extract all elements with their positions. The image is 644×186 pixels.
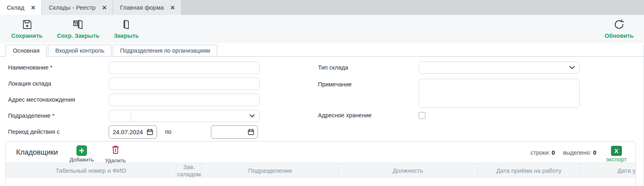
division-label: Подразделение * [8,112,109,119]
chevron-down-icon[interactable] [569,65,575,69]
plus-icon [76,145,87,156]
column-header-warehouse-manager[interactable]: Зав. складом [176,163,202,178]
storekeepers-header: Кладовщики Добавить Удалить строки:0 выд… [6,141,636,163]
form-content: Основная Входной контроль Подразделения … [0,45,644,186]
column-header-termination-date[interactable]: Дата у [580,163,636,178]
save-button[interactable]: Сохранить [11,18,43,39]
delete-row-button[interactable]: Удалить [103,145,128,164]
form-tab-bar: Основная Входной контроль Подразделения … [0,45,644,57]
address-input[interactable] [109,94,260,106]
window-tab-label: Склады - Реестр [49,4,95,11]
column-header-hire-date[interactable]: Дата приёма на работу [477,163,580,178]
name-row: Наименование * [8,59,304,76]
tab-podrazdeleniya-po-organizatsiyam[interactable]: Подразделения по организациям [113,45,217,56]
refresh-label: Обновить [605,33,634,39]
calendar-icon[interactable] [248,129,254,135]
address-storage-checkbox[interactable] [419,112,425,119]
close-icon[interactable]: ✕ [170,5,175,10]
period-row: Период действия с 24.07.2024 по [8,124,304,140]
note-row: Примечание [318,76,640,108]
window-tab-bar: Склад ✕ Склады - Реестр ✕ Главная форма … [0,0,644,15]
add-row-button[interactable]: Добавить [69,145,94,163]
note-label: Примечание [318,79,419,88]
close-button[interactable]: Закрыть [114,18,139,39]
note-textarea[interactable] [419,79,580,108]
window-tab-glavnaya-forma[interactable]: Главная форма ✕ [113,0,182,15]
window-tab-label: Главная форма [120,4,164,11]
period-from-value: 24.07.2024 [113,129,143,135]
save-close-button[interactable]: Сохр. Закрыть [57,18,100,39]
warehouse-type-label: Тип склада [318,64,419,71]
fields-area: Наименование * Локация склада Адрес мест… [0,57,644,140]
save-close-icon [72,18,84,32]
export-label: экспорт [606,156,627,163]
trash-icon [111,145,120,157]
refresh-icon [613,18,625,32]
column-header-personnel-number[interactable]: Табельный номер и ФИО [6,163,176,178]
storekeepers-title: Кладовщики [16,148,58,157]
column-header-division[interactable]: Подразделение [202,163,338,178]
address-row: Адрес местонахождения [8,92,304,108]
storekeepers-panel: Кладовщики Добавить Удалить строки:0 выд… [5,141,636,186]
period-from-input[interactable]: 24.07.2024 [109,125,157,139]
toolbar: Сохранить Сохр. Закрыть Закрыть Обновить [0,15,644,43]
calendar-icon[interactable] [147,129,153,135]
location-row: Локация склада [8,76,304,92]
warehouse-type-row: Тип склада [318,59,640,76]
refresh-button[interactable]: Обновить [605,18,634,39]
name-input[interactable] [109,61,260,74]
storekeepers-table-body [6,178,636,186]
window-tab-sklady-reestr[interactable]: Склады - Реестр ✕ [42,0,113,15]
save-icon [21,18,33,32]
storekeepers-table-header: Табельный номер и ФИО Зав. складом Подра… [6,163,636,178]
selected-count: выделено:0 [563,149,597,156]
location-label: Локация склада [8,80,109,87]
rows-count: строки:0 [530,149,555,156]
window-tab-label: Склад [7,4,24,11]
grid-counters: строки:0 выделено:0 [530,149,596,156]
add-row-label: Добавить [70,157,94,163]
column-header-position[interactable]: Должность [338,163,477,178]
period-to-label: по [165,129,171,135]
chevron-down-icon[interactable] [249,114,255,118]
location-input[interactable] [109,78,260,90]
address-label: Адрес местонахождения [8,96,109,103]
period-to-input[interactable] [211,125,258,139]
close-icon[interactable]: ✕ [102,5,107,10]
delete-row-label: Удалить [105,157,126,164]
warehouse-type-select[interactable] [419,61,580,74]
save-close-label: Сохр. Закрыть [57,33,100,39]
save-label: Сохранить [11,33,43,39]
close-label: Закрыть [114,33,139,39]
close-icon[interactable]: ✕ [31,5,35,10]
tab-osnovnaya[interactable]: Основная [6,45,47,57]
export-excel-button[interactable]: X экспорт [606,146,627,163]
division-select[interactable] [109,110,260,122]
fields-left-column: Наименование * Локация склада Адрес мест… [8,59,304,140]
fields-right-column: Тип склада Примечание Адресное хранение [318,59,640,140]
division-code-input[interactable] [109,110,131,122]
tab-vhodnoy-kontrol[interactable]: Входной контроль [48,45,111,56]
excel-icon: X [611,146,622,156]
address-storage-label: Адресное хранение [318,112,419,119]
division-row: Подразделение * [8,108,304,124]
address-storage-row: Адресное хранение [318,108,640,122]
door-icon [120,18,132,32]
name-label: Наименование * [8,64,109,71]
period-label: Период действия с [8,129,109,135]
window-tab-sklad[interactable]: Склад ✕ [0,0,42,15]
